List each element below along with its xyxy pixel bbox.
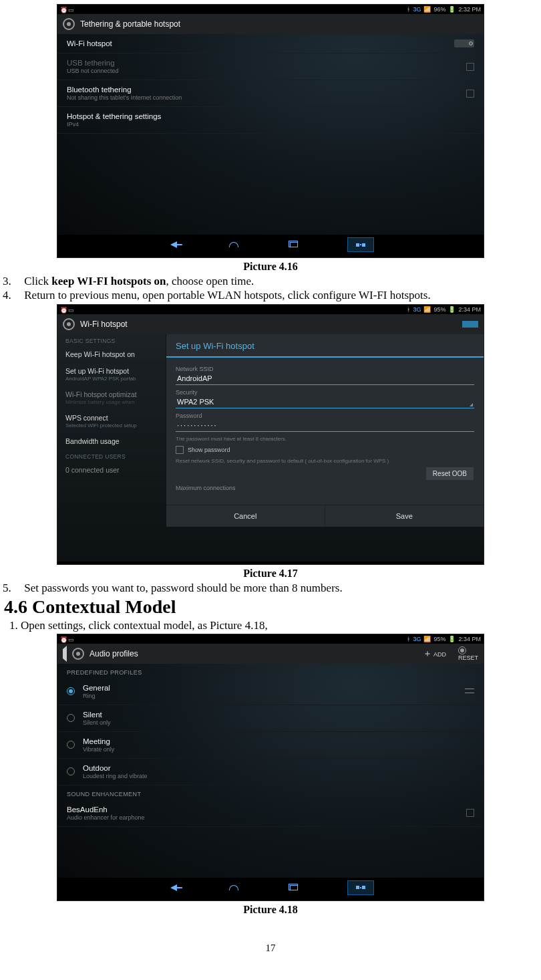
nav-screenshot-icon[interactable] bbox=[347, 564, 374, 565]
show-password-row[interactable]: Show password bbox=[176, 446, 474, 454]
usb-checkbox bbox=[466, 63, 474, 71]
header-title: Wi-Fi hotspot bbox=[80, 320, 128, 329]
reset-oob-button[interactable]: Reset OOB bbox=[425, 467, 474, 481]
gear-icon bbox=[458, 646, 466, 654]
row-bandwidth[interactable]: Bandwidth usage bbox=[57, 433, 166, 450]
step-3: 3. Click keep WI-FI hotspots on, choose … bbox=[0, 274, 541, 288]
battery-pct: 96% bbox=[433, 6, 445, 13]
profile-silent[interactable]: SilentSilent only bbox=[57, 705, 484, 732]
row-sub: IPv4 bbox=[67, 121, 161, 128]
save-button[interactable]: Save bbox=[325, 505, 484, 527]
net-3g-label: 3G bbox=[413, 636, 421, 642]
wifi-hotspot-toggle[interactable] bbox=[454, 39, 474, 47]
cat-predefined: PREDEFINED PROFILES bbox=[57, 664, 484, 679]
radio-silent[interactable] bbox=[67, 714, 75, 722]
row-wifi-hotspot[interactable]: Wi-Fi hotspot bbox=[57, 34, 484, 53]
settings-sliders-icon[interactable] bbox=[465, 687, 474, 695]
page-number: 17 bbox=[0, 943, 541, 954]
nav-home-icon[interactable] bbox=[227, 884, 240, 892]
step-prefix: Click bbox=[24, 275, 51, 287]
content: BASIC SETTINGS Keep Wi-Fi hotspot on Set… bbox=[57, 334, 484, 562]
bt-icon: ᚼ bbox=[407, 636, 410, 642]
step-text: Set passwords you want to, password shou… bbox=[24, 582, 342, 594]
profiles-list: PREDEFINED PROFILES GeneralRing SilentSi… bbox=[57, 664, 484, 878]
card-icon: ▭ bbox=[68, 636, 73, 642]
net-3g-label: 3G bbox=[413, 6, 421, 13]
row-sub: Not sharing this tablet's Internet conne… bbox=[67, 94, 182, 101]
row-sub: USB not connected bbox=[67, 68, 119, 74]
bes-checkbox[interactable] bbox=[466, 809, 474, 817]
row-wps[interactable]: WPS connect Selected WiFi protected setu… bbox=[57, 410, 166, 433]
row-title: Hotspot & tethering settings bbox=[67, 112, 161, 120]
cat-connected: CONNECTED USERS bbox=[57, 450, 166, 462]
status-bar: ⏰ ▭ ᚼ 3G 📶 96% 🔋 2:32 PM bbox=[57, 5, 484, 14]
profile-meeting[interactable]: MeetingVibrate only bbox=[57, 732, 484, 759]
plus-icon: ＋ bbox=[423, 648, 432, 658]
reset-button[interactable]: RESET bbox=[458, 646, 478, 661]
nav-screenshot-icon[interactable] bbox=[347, 237, 374, 252]
status-bar: ⏰ ▭ ᚼ 3G 📶 95% 🔋 2:34 PM bbox=[57, 634, 484, 644]
nav-screenshot-icon[interactable] bbox=[347, 880, 374, 895]
screenshot-setup-hotspot: ⏰ ▭ ᚼ 3G 📶 95% 🔋 2:34 PM Wi-Fi hotspot B… bbox=[57, 304, 484, 565]
security-select[interactable]: WPA2 PSK bbox=[176, 396, 474, 408]
row-keep-on[interactable]: Keep Wi-Fi hotspot on bbox=[57, 346, 166, 363]
back-icon[interactable] bbox=[63, 318, 75, 330]
bt-checkbox[interactable] bbox=[466, 90, 474, 98]
alarm-icon: ⏰ bbox=[60, 636, 65, 642]
nav-home-icon[interactable] bbox=[227, 241, 240, 249]
wifi-hotspot-switch-on[interactable] bbox=[462, 321, 478, 328]
password-input[interactable]: ············ bbox=[176, 419, 474, 432]
nav-back-icon[interactable] bbox=[167, 884, 180, 892]
profile-outdoor[interactable]: OutdoorLoudest ring and vibrate bbox=[57, 759, 484, 785]
radio-general[interactable] bbox=[67, 687, 75, 695]
row-title: USB tethering bbox=[67, 59, 119, 67]
row-hotspot-settings[interactable]: Hotspot & tethering settings IPv4 bbox=[57, 107, 484, 134]
step-text: Return to previous menu, open portable W… bbox=[24, 289, 430, 301]
nav-back-icon[interactable] bbox=[167, 241, 180, 249]
signal-icon: 📶 bbox=[423, 6, 431, 13]
cat-sound-enh: SOUND ENHANCEMENT bbox=[57, 785, 484, 800]
row-title: Wi-Fi hotspot bbox=[67, 39, 112, 47]
step-num: 3. bbox=[3, 274, 15, 288]
back-icon[interactable] bbox=[63, 649, 67, 658]
ssid-label: Network SSID bbox=[176, 366, 474, 372]
step-num: 4. bbox=[3, 288, 15, 302]
net-3g-label: 3G bbox=[413, 306, 421, 313]
cat-basic: BASIC SETTINGS bbox=[57, 334, 166, 346]
caption-418: Picture 4.18 bbox=[0, 904, 541, 916]
back-icon[interactable] bbox=[63, 18, 75, 30]
row-usb-tether: USB tethering USB not connected bbox=[57, 53, 484, 80]
bt-icon: ᚼ bbox=[407, 306, 410, 313]
max-conn-label: Maximum connections bbox=[176, 485, 474, 491]
gear-icon bbox=[72, 648, 84, 660]
screenshot-audio-profiles: ⏰ ▭ ᚼ 3G 📶 95% 🔋 2:34 PM Audio profiles … bbox=[57, 634, 484, 901]
caption-417: Picture 4.17 bbox=[0, 568, 541, 580]
nav-recent-icon[interactable] bbox=[287, 884, 301, 892]
row-besaudenh[interactable]: BesAudEnhAudio enhancer for earphone bbox=[57, 800, 484, 827]
row-setup[interactable]: Set up Wi-Fi hotspot AndroidAP WPA2 PSK … bbox=[57, 363, 166, 386]
nav-recent-icon[interactable] bbox=[287, 241, 301, 249]
header-title: Tethering & portable hotspot bbox=[80, 19, 180, 29]
cancel-button[interactable]: Cancel bbox=[166, 505, 325, 527]
clock: 2:34 PM bbox=[458, 306, 481, 313]
nav-bar bbox=[57, 562, 484, 565]
row-bt-tether[interactable]: Bluetooth tethering Not sharing this tab… bbox=[57, 80, 484, 107]
card-icon: ▭ bbox=[68, 307, 73, 312]
battery-pct: 95% bbox=[433, 306, 445, 313]
row-optimize[interactable]: Wi-Fi hotspot optimizat Minimize battery… bbox=[57, 386, 166, 410]
add-button[interactable]: ＋ ADD bbox=[423, 650, 446, 658]
radio-meeting[interactable] bbox=[67, 741, 75, 749]
dialog-setup-hotspot: Set up Wi-Fi hotspot Network SSID Androi… bbox=[166, 334, 484, 527]
ssid-input[interactable]: AndroidAP bbox=[176, 372, 474, 385]
profile-general[interactable]: GeneralRing bbox=[57, 679, 484, 705]
clock: 2:34 PM bbox=[458, 636, 481, 642]
bt-icon: ᚼ bbox=[407, 6, 410, 13]
card-icon: ▭ bbox=[68, 7, 73, 12]
show-password-checkbox[interactable] bbox=[176, 446, 184, 454]
caption-416: Picture 4.16 bbox=[0, 261, 541, 273]
alarm-icon: ⏰ bbox=[60, 7, 65, 12]
row-connected-count: 0 connected user bbox=[57, 462, 166, 479]
step-4: 4. Return to previous menu, open portabl… bbox=[0, 288, 541, 302]
signal-icon: 📶 bbox=[423, 306, 431, 313]
radio-outdoor[interactable] bbox=[67, 767, 75, 775]
